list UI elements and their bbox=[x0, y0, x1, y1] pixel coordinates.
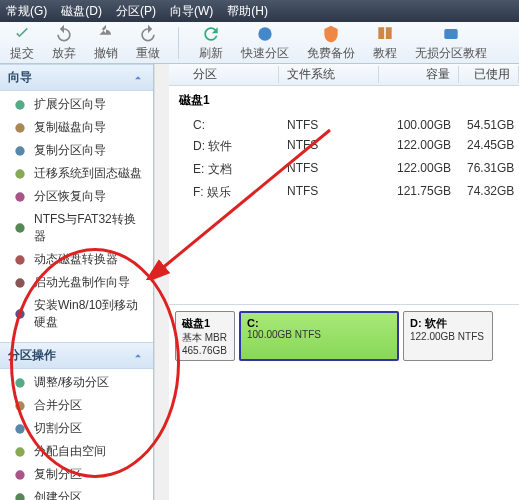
toolbar: 提交 放弃 撤销 重做 刷新 快速分区 免费备份 教程 无损分区教程 bbox=[0, 22, 519, 64]
redo-icon bbox=[138, 24, 158, 44]
wizard-item[interactable]: 复制分区向导 bbox=[0, 139, 153, 162]
item-icon bbox=[12, 467, 28, 483]
item-label: 复制分区 bbox=[34, 466, 82, 483]
item-label: 创建分区 bbox=[34, 489, 82, 500]
menu-partition[interactable]: 分区(P) bbox=[116, 3, 156, 20]
map-disk[interactable]: 磁盘1 基本 MBR 465.76GB bbox=[175, 311, 235, 361]
undo-button[interactable]: 放弃 bbox=[48, 22, 80, 64]
menu-general[interactable]: 常规(G) bbox=[6, 3, 47, 20]
item-label: 调整/移动分区 bbox=[34, 374, 109, 391]
redo-button[interactable]: 重做 bbox=[132, 22, 164, 64]
table-row[interactable]: C:NTFS100.00GB54.51GB bbox=[169, 115, 519, 135]
col-used[interactable]: 已使用 bbox=[459, 66, 519, 83]
svg-point-9 bbox=[15, 278, 24, 287]
wizard-item[interactable]: NTFS与FAT32转换器 bbox=[0, 208, 153, 248]
undo-icon bbox=[54, 24, 74, 44]
item-icon bbox=[12, 398, 28, 414]
svg-point-10 bbox=[15, 309, 24, 318]
item-label: 动态磁盘转换器 bbox=[34, 251, 118, 268]
item-icon bbox=[12, 120, 28, 136]
svg-point-6 bbox=[15, 192, 24, 201]
col-capacity[interactable]: 容量 bbox=[379, 66, 459, 83]
refresh-icon bbox=[201, 24, 221, 44]
wizard-item[interactable]: 分区恢复向导 bbox=[0, 185, 153, 208]
ops-item[interactable]: 分配自由空间 bbox=[0, 440, 153, 463]
main: 向导 扩展分区向导复制磁盘向导复制分区向导迁移系统到固态磁盘分区恢复向导NTFS… bbox=[0, 64, 519, 500]
item-icon bbox=[12, 252, 28, 268]
svg-point-8 bbox=[15, 255, 24, 264]
check-icon bbox=[12, 24, 32, 44]
item-label: 分区恢复向导 bbox=[34, 188, 106, 205]
ops-item[interactable]: 合并分区 bbox=[0, 394, 153, 417]
map-partition-d[interactable]: D: 软件 122.00GB NTFS bbox=[403, 311, 493, 361]
item-label: 切割分区 bbox=[34, 420, 82, 437]
map-partition-c[interactable]: C: 100.00GB NTFS bbox=[239, 311, 399, 361]
wizard-item[interactable]: 迁移系统到固态磁盘 bbox=[0, 162, 153, 185]
svg-point-12 bbox=[15, 401, 24, 410]
content: 分区 文件系统 容量 已使用 磁盘1 C:NTFS100.00GB54.51GB… bbox=[169, 64, 519, 500]
item-icon bbox=[12, 189, 28, 205]
separator bbox=[178, 27, 179, 59]
reundo-button[interactable]: 撤销 bbox=[90, 22, 122, 64]
ops-list: 调整/移动分区合并分区切割分区分配自由空间复制分区创建分区删除分区更改卷标分区对… bbox=[0, 369, 153, 500]
ops-item[interactable]: 复制分区 bbox=[0, 463, 153, 486]
wizard-item[interactable]: 动态磁盘转换器 bbox=[0, 248, 153, 271]
item-label: 扩展分区向导 bbox=[34, 96, 106, 113]
lossless-icon bbox=[441, 24, 461, 44]
ops-panel-title: 分区操作 bbox=[8, 347, 56, 364]
item-icon bbox=[12, 421, 28, 437]
table-row[interactable]: D: 软件NTFS122.00GB24.45GB bbox=[169, 135, 519, 158]
item-label: 迁移系统到固态磁盘 bbox=[34, 165, 142, 182]
refresh-button[interactable]: 刷新 bbox=[195, 22, 227, 64]
lossless-button[interactable]: 无损分区教程 bbox=[411, 22, 491, 64]
item-icon bbox=[12, 97, 28, 113]
table-row[interactable]: F: 娱乐NTFS121.75GB74.32GB bbox=[169, 181, 519, 204]
ops-item[interactable]: 调整/移动分区 bbox=[0, 371, 153, 394]
menubar: 常规(G) 磁盘(D) 分区(P) 向导(W) 帮助(H) bbox=[0, 0, 519, 22]
wizard-list: 扩展分区向导复制磁盘向导复制分区向导迁移系统到固态磁盘分区恢复向导NTFS与FA… bbox=[0, 91, 153, 336]
wizard-item[interactable]: 安装Win8/10到移动硬盘 bbox=[0, 294, 153, 334]
menu-help[interactable]: 帮助(H) bbox=[227, 3, 268, 20]
ops-panel-header[interactable]: 分区操作 bbox=[0, 342, 153, 369]
backup-icon bbox=[321, 24, 341, 44]
svg-point-7 bbox=[15, 223, 24, 232]
svg-point-3 bbox=[15, 123, 24, 132]
item-icon bbox=[12, 444, 28, 460]
sidebar-scrollbar[interactable] bbox=[154, 64, 169, 500]
item-icon bbox=[12, 490, 28, 501]
table-header: 分区 文件系统 容量 已使用 bbox=[169, 64, 519, 86]
wizard-item[interactable]: 启动光盘制作向导 bbox=[0, 271, 153, 294]
table-body: C:NTFS100.00GB54.51GBD: 软件NTFS122.00GB24… bbox=[169, 115, 519, 204]
table-row[interactable]: E: 文档NTFS122.00GB76.31GB bbox=[169, 158, 519, 181]
item-label: 合并分区 bbox=[34, 397, 82, 414]
disk-map: 磁盘1 基本 MBR 465.76GB C: 100.00GB NTFS D: … bbox=[169, 304, 519, 367]
item-label: 复制磁盘向导 bbox=[34, 119, 106, 136]
item-label: NTFS与FAT32转换器 bbox=[34, 211, 145, 245]
ops-item[interactable]: 切割分区 bbox=[0, 417, 153, 440]
item-label: 安装Win8/10到移动硬盘 bbox=[34, 297, 145, 331]
item-icon bbox=[12, 375, 28, 391]
svg-point-4 bbox=[15, 146, 24, 155]
svg-point-11 bbox=[15, 378, 24, 387]
ops-item[interactable]: 创建分区 bbox=[0, 486, 153, 500]
menu-disk[interactable]: 磁盘(D) bbox=[61, 3, 102, 20]
wizard-item[interactable]: 复制磁盘向导 bbox=[0, 116, 153, 139]
backup-button[interactable]: 免费备份 bbox=[303, 22, 359, 64]
reundo-icon bbox=[96, 24, 116, 44]
chevron-up-icon bbox=[131, 349, 145, 363]
svg-point-13 bbox=[15, 424, 24, 433]
item-icon bbox=[12, 275, 28, 291]
svg-point-16 bbox=[15, 493, 24, 500]
quick-icon bbox=[255, 24, 275, 44]
wizard-panel-title: 向导 bbox=[8, 69, 32, 86]
disk-title: 磁盘1 bbox=[169, 86, 519, 115]
item-label: 复制分区向导 bbox=[34, 142, 106, 159]
col-filesystem[interactable]: 文件系统 bbox=[279, 66, 379, 83]
col-partition[interactable]: 分区 bbox=[169, 66, 279, 83]
tutorial-button[interactable]: 教程 bbox=[369, 22, 401, 64]
menu-wizard[interactable]: 向导(W) bbox=[170, 3, 213, 20]
commit-button[interactable]: 提交 bbox=[6, 22, 38, 64]
wizard-panel-header[interactable]: 向导 bbox=[0, 64, 153, 91]
quick-button[interactable]: 快速分区 bbox=[237, 22, 293, 64]
wizard-item[interactable]: 扩展分区向导 bbox=[0, 93, 153, 116]
